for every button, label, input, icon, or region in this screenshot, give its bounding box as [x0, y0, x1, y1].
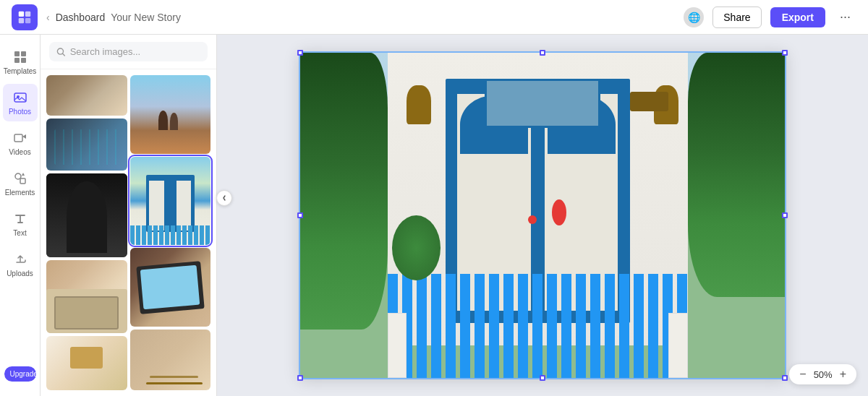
list-item[interactable] [130, 157, 211, 245]
more-options-button[interactable]: ··· [834, 7, 856, 27]
header: ‹ Dashboard Your New Story 🌐 Share Expor… [0, 0, 868, 35]
export-button[interactable]: Export [770, 7, 825, 27]
image-column-left [46, 75, 127, 390]
templates-icon [12, 49, 28, 65]
chevron-left-icon: ‹ [46, 12, 50, 23]
search-box[interactable] [49, 42, 208, 61]
story-title: Your New Story [111, 12, 181, 23]
canvas-wrapper[interactable] [299, 51, 786, 379]
canvas-area[interactable]: − 50% + [217, 35, 868, 396]
sidebar-item-uploads[interactable]: Uploads [3, 246, 38, 283]
upgrade-button[interactable]: Upgrade [4, 366, 36, 382]
list-item[interactable] [130, 75, 211, 154]
resize-handle-tl[interactable] [297, 50, 303, 56]
list-item[interactable] [46, 75, 127, 116]
resize-handle-tm[interactable] [540, 50, 545, 56]
svg-rect-7 [21, 58, 26, 63]
sidebar-item-elements[interactable]: Elements [3, 165, 38, 202]
main-content: Templates Photos Videos [0, 35, 868, 396]
dashboard-link[interactable]: Dashboard [56, 12, 106, 23]
photos-icon [12, 90, 28, 106]
svg-rect-4 [14, 51, 20, 56]
zoom-in-button[interactable]: + [838, 368, 848, 381]
zoom-controls: − 50% + [789, 364, 856, 384]
svg-rect-5 [21, 51, 26, 56]
svg-rect-0 [19, 11, 24, 16]
uploads-label: Uploads [7, 270, 33, 277]
zoom-out-button[interactable]: − [798, 368, 807, 381]
svg-rect-12 [20, 178, 25, 184]
list-item[interactable] [46, 119, 127, 170]
resize-handle-bm[interactable] [540, 375, 545, 381]
svg-rect-10 [14, 134, 22, 142]
text-label: Text [13, 229, 26, 237]
list-item[interactable] [130, 330, 211, 390]
uploads-icon [12, 251, 28, 267]
resize-handle-tr[interactable] [782, 50, 788, 56]
photos-label: Photos [9, 108, 31, 116]
sidebar: Templates Photos Videos [0, 35, 41, 396]
share-button[interactable]: Share [712, 7, 761, 28]
panel-collapse-button[interactable] [216, 190, 232, 206]
sidebar-item-videos[interactable]: Videos [3, 124, 38, 162]
svg-rect-3 [25, 17, 30, 22]
resize-handle-bl[interactable] [297, 375, 303, 381]
search-container [41, 35, 216, 69]
elements-label: Elements [5, 189, 35, 197]
image-grid [41, 69, 216, 396]
user-avatar: 🌐 [684, 7, 704, 27]
videos-icon [12, 130, 28, 146]
header-actions: 🌐 Share Export ··· [684, 7, 856, 28]
breadcrumb: ‹ Dashboard Your New Story [46, 12, 181, 23]
sidebar-item-text[interactable]: Text [3, 205, 38, 243]
svg-rect-2 [19, 17, 24, 22]
elements-icon [12, 171, 28, 186]
resize-handle-mr[interactable] [782, 212, 788, 218]
sidebar-item-photos[interactable]: Photos [3, 84, 38, 121]
sidebar-item-templates[interactable]: Templates [3, 43, 38, 81]
photos-panel [41, 35, 217, 396]
svg-rect-6 [14, 58, 20, 63]
search-input[interactable] [70, 46, 200, 57]
zoom-level: 50% [814, 369, 833, 380]
resize-handle-br[interactable] [782, 375, 788, 381]
list-item[interactable] [46, 173, 127, 257]
svg-rect-1 [25, 11, 30, 16]
list-item[interactable] [46, 336, 127, 390]
list-item[interactable] [46, 260, 127, 333]
templates-label: Templates [4, 67, 37, 75]
chevron-left-icon [221, 194, 228, 202]
videos-label: Videos [9, 148, 30, 156]
image-column-right [130, 75, 211, 390]
list-item[interactable] [130, 248, 211, 327]
text-icon [12, 211, 28, 227]
svg-rect-8 [14, 93, 26, 102]
search-icon [56, 47, 66, 57]
resize-handle-ml[interactable] [297, 212, 303, 218]
logo[interactable] [12, 4, 38, 30]
